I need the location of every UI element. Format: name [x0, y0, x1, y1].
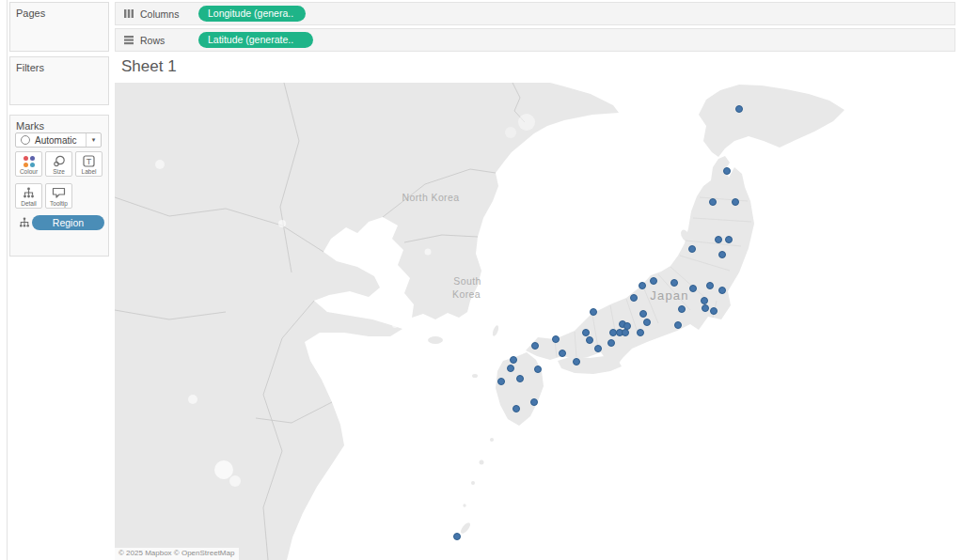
map-mark[interactable] — [498, 379, 505, 385]
label-button-label: Label — [76, 168, 102, 175]
columns-icon — [123, 8, 134, 19]
tooltip-button[interactable]: Tooltip — [45, 183, 72, 209]
map-mark[interactable] — [724, 168, 731, 175]
map-mark[interactable] — [651, 278, 657, 285]
map-mark[interactable] — [640, 311, 647, 318]
rows-icon — [123, 35, 134, 45]
colour-button-label: Colour — [16, 168, 41, 175]
map-mark[interactable] — [608, 340, 615, 347]
map-mark[interactable] — [719, 252, 726, 258]
marks-card: Marks Automatic ▾ Colour Size T — [9, 115, 109, 257]
columns-shelf-label: Columns — [140, 8, 179, 20]
detail-button[interactable]: Detail — [15, 183, 42, 209]
chevron-down-icon[interactable]: ▾ — [86, 133, 101, 147]
map-mark[interactable] — [710, 199, 717, 206]
circle-mark-icon — [21, 135, 30, 145]
continent-asia — [115, 83, 619, 560]
map-mark[interactable] — [610, 330, 617, 336]
map-mark[interactable] — [639, 283, 646, 289]
landmass-layer — [115, 83, 844, 560]
label-icon: T — [76, 154, 102, 168]
map-mark[interactable] — [679, 306, 686, 313]
goto-island — [472, 374, 478, 378]
colour-icon — [24, 156, 35, 167]
map-mark[interactable] — [644, 319, 651, 326]
region-pill[interactable]: Region — [32, 215, 104, 230]
map-mark[interactable] — [671, 280, 678, 287]
tableau-window: Pages Filters Marks Automatic ▾ Colour S… — [0, 0, 962, 560]
map-mark[interactable] — [508, 366, 514, 372]
map-mark[interactable] — [591, 309, 597, 316]
label-button[interactable]: T Label — [75, 151, 103, 177]
north-korea-label: North Korea — [402, 192, 459, 203]
longitude-pill[interactable]: Longitude (genera.. — [198, 6, 306, 22]
map-mark[interactable] — [624, 323, 631, 330]
map-mark[interactable] — [690, 286, 697, 292]
south-korea-label-line1: South — [453, 275, 481, 287]
marks-label: Marks — [16, 120, 44, 132]
ryukyu-island — [490, 438, 494, 442]
size-button[interactable]: Size — [45, 151, 72, 177]
map-mark[interactable] — [560, 350, 566, 357]
jeju-island — [428, 336, 443, 344]
columns-shelf[interactable]: Columns Longitude (genera.. — [115, 2, 955, 25]
map-mark[interactable] — [532, 343, 539, 350]
map-canvas: North Korea South Korea Japan — [115, 83, 955, 560]
map-mark[interactable] — [511, 357, 517, 364]
map-mark[interactable] — [638, 330, 644, 336]
map-mark[interactable] — [716, 237, 722, 243]
latitude-pill[interactable]: Latitude (generate.. — [198, 32, 313, 48]
ryukyu-island — [471, 481, 475, 485]
ryukyu-island — [480, 460, 484, 465]
detail-shelf-icon — [19, 216, 30, 229]
detail-button-label: Detail — [16, 200, 41, 207]
map-mark[interactable] — [675, 322, 682, 329]
tsushima-island — [492, 325, 500, 337]
map-mark[interactable] — [726, 237, 733, 243]
map-attribution[interactable]: © 2025 Mapbox © OpenStreetMap — [115, 548, 239, 560]
size-icon — [46, 154, 71, 168]
detail-icon — [16, 186, 41, 200]
map-mark[interactable] — [623, 330, 629, 336]
map-mark[interactable] — [454, 534, 461, 540]
sheet-title[interactable]: Sheet 1 — [121, 57, 177, 76]
map-mark[interactable] — [631, 295, 638, 302]
mark-type-dropdown[interactable]: Automatic ▾ — [15, 132, 102, 148]
map-mark[interactable] — [587, 337, 593, 344]
map-mark[interactable] — [517, 376, 524, 382]
size-button-label: Size — [46, 168, 71, 175]
map-mark[interactable] — [535, 366, 542, 373]
map-mark[interactable] — [711, 308, 718, 315]
map-mark[interactable] — [719, 288, 726, 294]
map-mark[interactable] — [531, 399, 538, 406]
map-mark[interactable] — [553, 336, 560, 343]
map-mark[interactable] — [595, 346, 602, 352]
map-mark[interactable] — [736, 106, 743, 113]
map-mark[interactable] — [702, 305, 709, 312]
filters-label: Filters — [16, 62, 44, 73]
pages-shelf[interactable]: Pages — [9, 2, 109, 52]
map-mark[interactable] — [733, 199, 739, 206]
data-pane-divider — [7, 0, 8, 560]
mark-type-value: Automatic — [35, 135, 86, 146]
south-korea-label-line2: Korea — [452, 288, 481, 300]
japan-label: Japan — [650, 288, 688, 303]
map-mark[interactable] — [583, 330, 590, 336]
pages-label: Pages — [16, 8, 45, 19]
filters-shelf[interactable]: Filters — [9, 56, 109, 105]
okinawa-island — [459, 521, 472, 536]
kyushu — [496, 352, 544, 426]
ryukyu-island — [463, 504, 465, 506]
map-mark[interactable] — [707, 283, 714, 289]
map-mark[interactable] — [574, 359, 580, 366]
colour-button[interactable]: Colour — [15, 151, 42, 177]
map-view[interactable]: North Korea South Korea Japan © 2025 Map… — [115, 83, 955, 560]
svg-text:T: T — [87, 157, 92, 166]
map-mark[interactable] — [513, 406, 520, 412]
map-mark[interactable] — [689, 246, 696, 253]
tooltip-button-label: Tooltip — [46, 200, 71, 207]
map-mark[interactable] — [702, 298, 708, 304]
rows-shelf-label: Rows — [140, 35, 165, 46]
hokkaido — [699, 85, 844, 157]
rows-shelf[interactable]: Rows Latitude (generate.. — [115, 28, 955, 52]
